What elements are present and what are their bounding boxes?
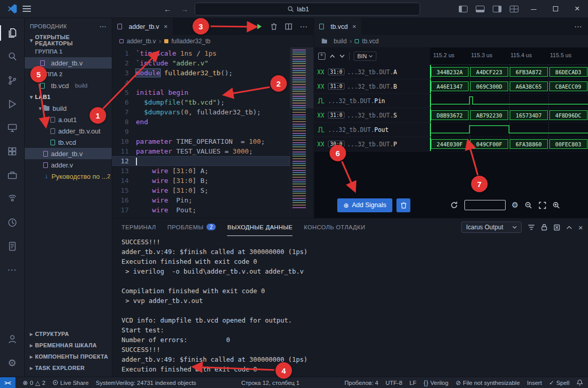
close-panel-icon[interactable]: × — [578, 223, 583, 232]
code-line[interactable]: 9 — [112, 127, 290, 137]
more-actions-icon[interactable]: ⋯ — [574, 22, 582, 31]
previous-transition-icon[interactable] — [330, 54, 335, 58]
trash-icon[interactable] — [270, 23, 278, 30]
tree-item[interactable]: adder_tb.v — [25, 148, 112, 159]
tab-tbvcd[interactable]: tb.vcd × — [314, 18, 362, 35]
code-line[interactable]: 1`timescale 1ns / 1ps — [112, 48, 290, 58]
live-share-icon[interactable] — [0, 187, 25, 211]
timeline-ruler[interactable]: 115.2 us 115.3 us 115.4 us 115.5 us — [430, 47, 588, 65]
minimap[interactable] — [290, 47, 314, 218]
lock-icon[interactable] — [541, 224, 547, 231]
panel-tab-2[interactable]: ВЫХОДНЫЕ ДАННЫЕ — [227, 218, 292, 236]
live-share-status[interactable]: Live Share — [53, 380, 89, 386]
more-actions-icon[interactable]: ⋯ — [300, 22, 307, 31]
run-icon[interactable] — [255, 23, 263, 30]
code-line[interactable]: 10parameter TIME_OPERATION = 100; — [112, 137, 290, 146]
code-line[interactable]: 4 — [112, 78, 290, 88]
source-control-icon[interactable] — [0, 69, 25, 92]
remote-explorer-icon[interactable] — [0, 116, 25, 140]
run-debug-icon[interactable] — [0, 92, 25, 116]
extensions-icon[interactable] — [0, 140, 25, 163]
wave-row[interactable]: 244E030F049CF00F6FA3886000FEC803 — [430, 137, 588, 151]
close-tab-icon[interactable]: × — [164, 23, 168, 30]
code-line[interactable]: 15 wire [31:0] S; — [112, 185, 290, 195]
toggle-secondary-sidebar-icon[interactable] — [493, 6, 501, 12]
remote-indicator[interactable]: >< — [0, 377, 15, 388]
wave-row[interactable]: 344B232AA4DCF2236FB3A87286DECAD3 — [430, 65, 588, 79]
settings-gear-icon[interactable]: ⚙ — [0, 351, 25, 375]
collapsed-section[interactable]: ▸ВРЕМЕННАЯ ШКАЛА — [25, 340, 112, 351]
search-sidebar-icon[interactable] — [0, 45, 25, 69]
output-channel-dropdown[interactable]: Icarus Output — [461, 222, 522, 233]
breadcrumb-file[interactable]: adder_tb.v — [127, 38, 156, 45]
eol-status[interactable]: LF — [409, 380, 416, 386]
code-line[interactable]: 14 wire [31:0] B; — [112, 176, 290, 185]
notifications-bell[interactable] — [577, 379, 583, 386]
indexer-status[interactable]: SystemVerilog: 24731 indexed objects — [96, 380, 196, 386]
indentation-status[interactable]: Пробелов: 4 — [344, 380, 378, 386]
remove-signals-button[interactable] — [396, 198, 410, 212]
code-line[interactable]: 5initial begin — [112, 88, 290, 97]
toggle-sidebar-icon[interactable] — [459, 6, 468, 12]
forward-icon[interactable]: → — [181, 5, 188, 13]
code-line[interactable]: 13 wire [31:0] A; — [112, 166, 290, 176]
code-line[interactable]: 16 wire Pin; — [112, 195, 290, 205]
explorer-icon[interactable] — [0, 21, 25, 45]
code-lines[interactable]: 1`timescale 1ns / 1ps2`include "adder.v"… — [112, 47, 290, 218]
zoom-in-icon[interactable] — [552, 201, 560, 209]
code-line[interactable]: 8end — [112, 117, 290, 127]
close-tab-icon[interactable]: × — [352, 23, 356, 30]
filter-icon[interactable] — [528, 224, 535, 230]
panel-tab-3[interactable]: КОНСОЛЬ ОТЛАДКИ — [304, 218, 365, 236]
wave-row[interactable] — [430, 94, 588, 108]
zoom-out-icon[interactable] — [525, 201, 532, 209]
collapsed-section[interactable]: ▸TASK EXPLORER — [25, 362, 112, 374]
tree-item[interactable]: adder_tb.v.out — [25, 125, 112, 137]
split-editor-icon[interactable] — [285, 23, 292, 30]
command-center-search[interactable] — [195, 3, 420, 15]
signal-row[interactable]: ...32_tb.DUT.Pin — [314, 94, 430, 108]
open-editors-header[interactable]: ▾ ОТКРЫТЫЕ РЕДАКТОРЫ — [25, 35, 112, 46]
back-icon[interactable]: ← — [164, 5, 171, 13]
tree-item[interactable]: ↓Руководство по ...2 — [25, 171, 112, 182]
tree-item[interactable]: adder.v — [25, 159, 112, 171]
code-line[interactable]: 17 wire Pout; — [112, 205, 290, 215]
synthesis-status[interactable]: ⊘ File not synthesizable — [456, 379, 520, 386]
next-transition-icon[interactable] — [339, 54, 345, 58]
output-console[interactable]: SUCCESS!!!adder_tb.v:49: $finish called … — [112, 236, 588, 377]
clear-output-icon[interactable] — [554, 224, 560, 231]
panel-tab-0[interactable]: ТЕРМИНАЛ — [122, 218, 156, 236]
maximize-button[interactable] — [549, 5, 562, 13]
time-input[interactable] — [464, 200, 506, 210]
workspace-root-header[interactable]: ▾ LAB1 — [25, 91, 112, 103]
minimize-button[interactable] — [527, 5, 541, 13]
add-signals-button[interactable]: ⊕ Add Signals — [337, 198, 392, 212]
toggle-panel-icon[interactable] — [476, 6, 485, 12]
cursor-position[interactable]: Строка 12, столбец 1 — [241, 380, 299, 386]
signal-row[interactable]: 31:0...32_tb.DUT.S — [314, 108, 430, 123]
value-format-dropdown[interactable]: BIN — [354, 52, 376, 61]
more-views-icon[interactable]: ⋯ — [0, 258, 25, 282]
project-manager-icon[interactable] — [0, 163, 25, 187]
search-input[interactable] — [297, 6, 328, 13]
code-line[interactable]: 11parameter TEST_VALUES = 3000; — [112, 146, 290, 156]
zoom-fit-icon[interactable] — [539, 201, 546, 209]
views-more-icon[interactable]: ⋯ — [99, 22, 107, 30]
signal-row[interactable]: ...32_tb.DUT.Pout — [314, 123, 430, 137]
code-line[interactable]: 6 $dumpfile("tb.vcd"); — [112, 97, 290, 107]
tab-adder-tb[interactable]: adder_tb.v × — [112, 18, 174, 35]
close-button[interactable]: × — [570, 4, 584, 14]
code-line[interactable]: 12 — [112, 156, 290, 166]
settings-icon[interactable]: ⚙ — [512, 200, 518, 210]
breadcrumb-symbol[interactable]: fulladder32_tb — [171, 38, 211, 45]
wave-row[interactable] — [430, 123, 588, 137]
insert-mode-status[interactable]: Insert — [527, 380, 542, 386]
code-line[interactable]: 7 $dumpvars(0, fulladder32_tb); — [112, 107, 290, 117]
problems-status[interactable]: ⊗0 △2 — [23, 379, 45, 386]
maximize-panel-icon[interactable] — [566, 226, 572, 229]
history-icon[interactable] — [0, 211, 25, 234]
wave-canvas[interactable]: 344B232AA4DCF2236FB3A87286DECAD3A46E1347… — [430, 65, 588, 151]
encoding-status[interactable]: UTF-8 — [386, 380, 403, 386]
breadcrumb-folder[interactable]: build — [334, 38, 347, 45]
signal-row[interactable]: 31:0...32_tb.DUT.B — [314, 79, 430, 94]
